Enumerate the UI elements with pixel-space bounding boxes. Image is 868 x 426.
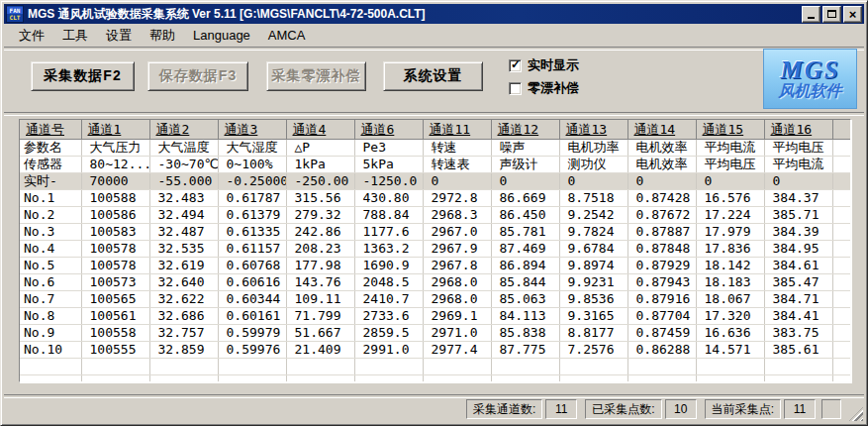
grid-cell — [286, 375, 354, 383]
grid-cell: Pe3 — [354, 140, 423, 157]
grid-cell — [627, 359, 696, 375]
grid-row-label: No.3 — [20, 224, 81, 241]
grid-cell: 9.6784 — [559, 241, 627, 258]
grid-cell: 8.8177 — [559, 325, 627, 342]
mgs-logo-subtext: 风机软件 — [779, 82, 842, 100]
grid-cell: 2733.6 — [354, 308, 423, 325]
checkbox-checked-icon — [509, 59, 522, 72]
grid-column-header: 通道2 — [149, 120, 218, 140]
grid-cell: 32.686 — [149, 308, 218, 325]
grid-cell: 385.61 — [764, 342, 832, 359]
grid-cell: 0.59979 — [218, 325, 286, 342]
grid-cell: 383.75 — [764, 325, 832, 342]
menu-item-settings[interactable]: 设置 — [97, 25, 141, 47]
grid-cell: -55.000 — [149, 173, 218, 190]
grid-cell: 转速 — [423, 140, 491, 157]
grid-cell: 32.494 — [149, 207, 218, 224]
channel-count-value: 11 — [545, 399, 577, 419]
grid-cell: 18.142 — [696, 258, 764, 274]
grid-cell: 电机效率 — [627, 140, 696, 157]
maximize-button[interactable] — [822, 6, 841, 23]
grid-cell: 80~12... — [81, 157, 149, 173]
realtime-display-checkbox[interactable]: 实时显示 — [509, 56, 579, 74]
grid-corner-header: 通道号 — [20, 120, 81, 140]
grid-cell: 0.60344 — [218, 291, 286, 308]
close-button[interactable] — [843, 6, 862, 23]
grid-cell — [149, 359, 218, 375]
grid-cell: 70000 — [81, 173, 149, 190]
grid-cell: 1690.9 — [354, 258, 423, 274]
grid-cell: 0.60616 — [218, 274, 286, 291]
grid-cell: 16.576 — [696, 190, 764, 207]
grid-cell: 2859.5 — [354, 325, 423, 342]
grid-cell — [832, 173, 850, 190]
grid-cell: 384.71 — [764, 291, 832, 308]
grid-cell: 17.836 — [696, 241, 764, 258]
grid-row-label: No.5 — [20, 258, 81, 274]
grid-row-label: 参数名 — [20, 140, 81, 157]
grid-cell: -0.25000 — [218, 173, 286, 190]
grid-cell: 0.87848 — [627, 241, 696, 258]
grid-cell: 0.87916 — [627, 291, 696, 308]
grid-cell: △P — [286, 140, 354, 157]
grid-cell — [832, 224, 850, 241]
grid-column-header — [832, 120, 850, 140]
collect-zero-drift-button[interactable]: 采集零漂补偿 — [266, 61, 366, 91]
titlebar[interactable]: FAN CLT MGS 通风机试验数据采集系统 Ver 5.11 [G:\MGS… — [4, 4, 864, 24]
grid-cell: 9.3165 — [559, 308, 627, 325]
data-row: No.910055832.7570.5997951.6672859.52971.… — [20, 325, 850, 342]
grid-cell — [627, 375, 696, 383]
menu-item-help[interactable]: 帮助 — [141, 25, 184, 47]
menu-item-language[interactable]: Language — [184, 26, 259, 45]
grid-cell: 17.320 — [696, 308, 764, 325]
grid-cell: 100555 — [81, 342, 149, 359]
minimize-button[interactable] — [802, 6, 820, 23]
grid-cell: 0.87459 — [627, 325, 696, 342]
grid-cell: 87.775 — [491, 342, 559, 359]
grid-cell — [832, 325, 850, 342]
grid-cell: 平均电流 — [764, 157, 832, 173]
grid-cell — [218, 375, 286, 383]
grid-cell: 2968.0 — [423, 291, 491, 308]
empty-row — [20, 359, 850, 375]
save-data-button[interactable]: 保存数据F3 — [147, 61, 248, 91]
mgs-logo-text: MGS — [780, 58, 839, 82]
grid-cell: 85.844 — [491, 274, 559, 291]
app-icon-text-top: FAN — [7, 7, 23, 14]
grid-column-header: 通道1 — [81, 120, 149, 140]
system-settings-button[interactable]: 系统设置 — [383, 61, 483, 91]
grid-cell: 7.2576 — [559, 342, 627, 359]
collect-data-button[interactable]: 采集数据F2 — [31, 61, 135, 91]
grid-cell — [81, 359, 149, 375]
grid-cell: 85.063 — [491, 291, 559, 308]
data-row: No.510057832.6190.60768177.981690.92967.… — [20, 258, 850, 274]
grid-cell — [832, 157, 850, 173]
grid-cell — [832, 375, 850, 383]
menu-separator — [4, 47, 864, 51]
menu-item-amca[interactable]: AMCA — [259, 26, 315, 45]
grid-cell — [354, 375, 423, 383]
grid-cell: 9.2542 — [559, 207, 627, 224]
grid-row-label: No.10 — [20, 342, 81, 359]
grid-cell: 100583 — [81, 224, 149, 241]
grid-cell: 100558 — [81, 325, 149, 342]
grid-column-header: 通道4 — [286, 120, 354, 140]
zero-drift-checkbox[interactable]: 零漂补偿 — [509, 79, 579, 97]
grid-cell: -30~70℃ — [149, 157, 218, 173]
grid-cell: 2977.4 — [423, 342, 491, 359]
grid-row-label: 传感器 — [20, 157, 81, 173]
grid-cell: 100588 — [81, 190, 149, 207]
grid-cell — [423, 359, 491, 375]
grid-cell — [218, 359, 286, 375]
grid-cell: 32.483 — [149, 190, 218, 207]
current-point-value: 11 — [784, 399, 816, 419]
grid-cell: 32.619 — [149, 258, 218, 274]
grid-cell: 声级计 — [491, 157, 559, 173]
grid-cell: 9.9231 — [559, 274, 627, 291]
grid-cell: 2968.3 — [423, 207, 491, 224]
grid-cell — [696, 375, 764, 383]
grid-cell: 0.87887 — [627, 224, 696, 241]
menu-item-file[interactable]: 文件 — [10, 25, 53, 47]
grid-row-label: No.7 — [20, 291, 81, 308]
menu-item-tools[interactable]: 工具 — [53, 25, 97, 47]
